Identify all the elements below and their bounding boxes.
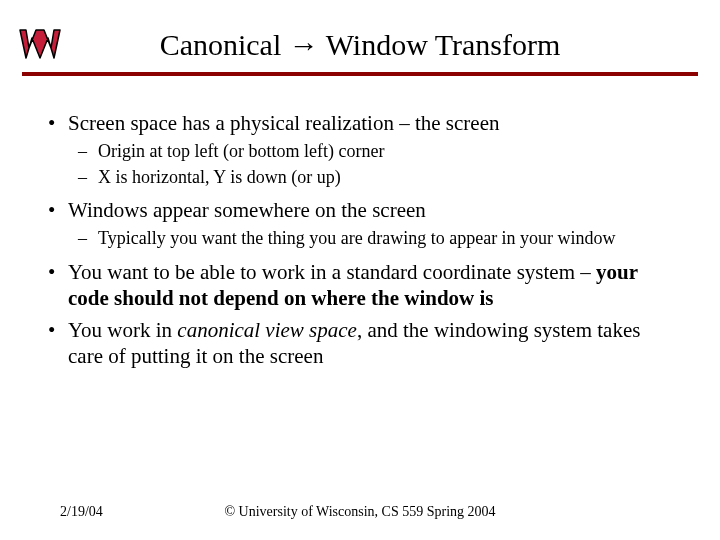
sub-bullet-list: Typically you want the thing you are dra… — [68, 227, 680, 250]
bullet-text: Windows appear somewhere on the screen — [68, 198, 426, 222]
footer-copyright: © University of Wisconsin, CS 559 Spring… — [0, 504, 720, 520]
bullet-item: You work in canonical view space, and th… — [68, 317, 680, 370]
bullet-list: Screen space has a physical realization … — [40, 110, 680, 370]
slide-title: Canonical → Window Transform — [0, 28, 720, 62]
footer-date: 2/19/04 — [60, 504, 103, 520]
bullet-item: Windows appear somewhere on the screen T… — [68, 197, 680, 251]
arrow-icon: → — [289, 28, 319, 61]
title-suffix: Window Transform — [319, 28, 561, 61]
bullet-text: You work in canonical view space, and th… — [68, 318, 640, 368]
wisconsin-logo — [16, 22, 64, 70]
bullet-item: You want to be able to work in a standar… — [68, 259, 680, 312]
bullet-text: You want to be able to work in a standar… — [68, 260, 638, 310]
bullet-text: Screen space has a physical realization … — [68, 111, 499, 135]
title-divider — [22, 72, 698, 76]
title-prefix: Canonical — [160, 28, 289, 61]
slide-content: Screen space has a physical realization … — [0, 84, 720, 370]
sub-bullet-list: Origin at top left (or bottom left) corn… — [68, 140, 680, 189]
sub-bullet-item: Typically you want the thing you are dra… — [98, 227, 680, 250]
slide-header: Canonical → Window Transform — [0, 0, 720, 84]
bullet-item: Screen space has a physical realization … — [68, 110, 680, 189]
slide-footer: 2/19/04 © University of Wisconsin, CS 55… — [0, 504, 720, 520]
sub-bullet-item: X is horizontal, Y is down (or up) — [98, 166, 680, 189]
sub-bullet-item: Origin at top left (or bottom left) corn… — [98, 140, 680, 163]
